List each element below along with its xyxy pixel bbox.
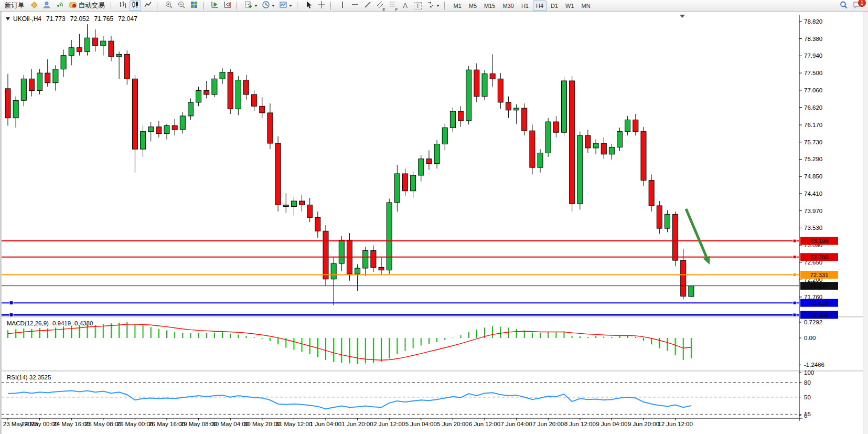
bar-chart-button[interactable] xyxy=(117,1,128,11)
candlestick-chart-button[interactable] xyxy=(130,1,141,11)
zoom-out-icon xyxy=(177,1,186,10)
add-indicator-button[interactable] xyxy=(243,1,259,11)
fibonacci-tool-button[interactable]: F xyxy=(387,1,399,11)
vertical-line-tool-button[interactable] xyxy=(337,1,348,11)
time-tick-label: 2 Jun 12:00 xyxy=(373,421,405,427)
candlesticks[interactable] xyxy=(5,24,694,305)
new-order-button[interactable]: 新订单 xyxy=(2,1,27,11)
chart-canvas[interactable]: 78.82078.38077.94077.50077.06076.62076.1… xyxy=(2,12,868,434)
time-tick-label: 24 May 16:00 xyxy=(53,421,90,427)
annotation-arrow-down[interactable] xyxy=(686,209,710,264)
zoom-in-icon xyxy=(165,1,173,10)
time-axis: 23 May 202324 May 00:0024 May 16:0025 Ma… xyxy=(3,418,693,427)
right-scroll-strip[interactable] xyxy=(863,12,868,434)
chart-shift-marker[interactable] xyxy=(680,15,685,18)
channel-tool-button[interactable]: E xyxy=(374,1,386,11)
rsi-tick-label: 100 xyxy=(804,369,814,376)
chevron-down-icon xyxy=(254,5,258,7)
price-tick-label: 76.170 xyxy=(804,122,822,128)
timeframe-button-M5[interactable]: M5 xyxy=(466,1,480,11)
timeframe-button-M15[interactable]: M15 xyxy=(481,1,498,11)
arrow-shapes-icon xyxy=(426,1,435,10)
chart-symbol-period: UKOil-,H4 xyxy=(13,15,41,23)
trendline-icon xyxy=(363,1,372,10)
tile-windows-button[interactable] xyxy=(188,1,200,11)
horizontal-lines[interactable]: 73.19872.78572.33172.04771.61071.303 xyxy=(2,237,838,319)
periods-button[interactable] xyxy=(260,1,276,11)
timeframe-button-M30[interactable]: M30 xyxy=(499,1,517,11)
rsi-tick-label: 50 xyxy=(804,394,811,400)
collapse-triangle-icon[interactable] xyxy=(6,17,10,20)
time-tick-label: 24 May 00:00 xyxy=(22,421,58,427)
time-tick-label: 1 Jun 20:00 xyxy=(342,421,373,427)
add-indicator-icon xyxy=(244,1,253,10)
timeframe-button-M1[interactable]: M1 xyxy=(451,1,465,11)
chart-shift-button[interactable] xyxy=(222,1,233,11)
pane-separators[interactable] xyxy=(2,317,868,372)
templates-button[interactable] xyxy=(277,1,294,11)
time-tick-label: 12 Jun 12:00 xyxy=(658,421,693,427)
time-tick-label: 5 Jun 04:00 xyxy=(405,421,437,427)
line-chart-button[interactable] xyxy=(142,1,154,11)
chevron-down-icon xyxy=(289,5,292,7)
price-tick-label: 77.060 xyxy=(804,87,822,93)
time-tick-label: 8 Jun 12:00 xyxy=(564,421,596,427)
line-handle xyxy=(9,301,13,305)
line-handle xyxy=(793,273,796,277)
macd-tick-label: 0.7292 xyxy=(804,319,822,325)
text-tool-button[interactable]: A xyxy=(400,1,411,11)
timeframe-button-D1[interactable]: D1 xyxy=(548,1,561,11)
chat-button[interactable]: 1 xyxy=(851,1,863,11)
horizontal-line-icon xyxy=(351,1,359,10)
toolbar-separator xyxy=(330,2,335,10)
price-tick-label: 76.620 xyxy=(804,104,822,111)
vertical-line-icon xyxy=(338,1,347,10)
ohlc-open: 71.773 xyxy=(46,15,66,23)
search-button[interactable] xyxy=(838,1,850,11)
line-handle xyxy=(793,301,796,304)
price-tick-label: 74.850 xyxy=(804,173,822,179)
timeframe-button-W1[interactable]: W1 xyxy=(562,1,577,11)
trendline-tool-button[interactable] xyxy=(362,1,373,11)
time-tick-label: 9 Jun 04:00 xyxy=(596,421,627,427)
macd-tick-label: 0.00 xyxy=(804,335,816,341)
tile-windows-icon xyxy=(190,1,198,10)
price-tick-label: 77.500 xyxy=(804,70,822,76)
rsi-pane[interactable]: 1008050150RSI(14) 32.3525 xyxy=(2,369,814,419)
toolbar-separator xyxy=(111,2,115,10)
timeframe-button-H1[interactable]: H1 xyxy=(518,1,532,11)
horizontal-line-tool-button[interactable] xyxy=(349,1,361,11)
signal-icon xyxy=(55,1,63,10)
price-tick-label: 73.970 xyxy=(804,208,822,214)
arrows-tool-button[interactable] xyxy=(425,1,441,11)
candlestick-chart-icon xyxy=(131,1,140,10)
label-tool-button[interactable]: T xyxy=(412,1,424,11)
price-line-badge-label: 72.331 xyxy=(810,272,828,278)
ohlc-low: 71.765 xyxy=(94,15,113,23)
line-handle xyxy=(793,239,796,242)
profile-button[interactable] xyxy=(41,1,52,11)
macd-pane[interactable]: 0.72920.00-1.2466MACD(12,26,9) -0.9419 -… xyxy=(7,319,824,368)
toolbar-separator xyxy=(297,2,301,10)
auto-trading-icon xyxy=(69,1,77,10)
cursor-button[interactable] xyxy=(303,1,315,11)
price-tick-label: 73.530 xyxy=(804,225,822,231)
crosshair-button[interactable] xyxy=(316,1,327,11)
toolbar-separator xyxy=(203,2,207,10)
ticket-button[interactable] xyxy=(28,1,40,11)
price-line-badge-label: 71.610 xyxy=(810,300,828,306)
zoom-out-button[interactable] xyxy=(176,1,187,11)
price-tick-label: 77.940 xyxy=(804,52,822,59)
auto-trading-label: 自动交易 xyxy=(79,1,105,10)
chart-window[interactable]: 78.82078.38077.94077.50077.06076.62076.1… xyxy=(0,12,868,434)
signals-button[interactable] xyxy=(53,1,65,11)
auto-scroll-button[interactable] xyxy=(209,1,221,11)
timeframe-button-H4[interactable]: H4 xyxy=(533,1,546,11)
timeframe-button-MN[interactable]: MN xyxy=(578,1,594,11)
auto-trading-button[interactable]: 自动交易 xyxy=(66,1,108,11)
time-tick-label: 25 May 08:00 xyxy=(85,421,122,427)
chevron-down-icon xyxy=(272,5,275,7)
zoom-in-button[interactable] xyxy=(163,1,175,11)
price-line-badge-label: 71.303 xyxy=(810,312,828,318)
template-icon xyxy=(279,1,287,10)
